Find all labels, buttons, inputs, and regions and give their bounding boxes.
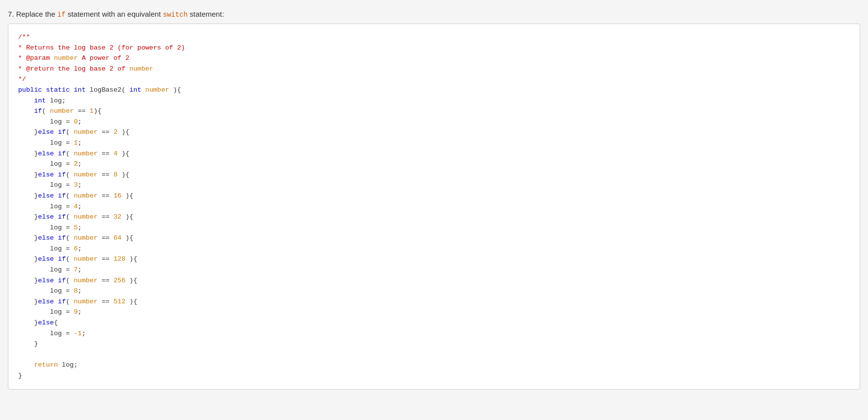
question-label: 7. Replace the if statement with an equi… bbox=[8, 10, 860, 19]
code-block: /** * Returns the log base 2 (for powers… bbox=[8, 24, 860, 390]
switch-inline-code: switch bbox=[163, 11, 187, 19]
question-text-mid: statement with an equivalent bbox=[66, 10, 163, 18]
question-text-end: statement: bbox=[188, 10, 224, 18]
question-number: 7. Replace the bbox=[8, 10, 57, 18]
page-container: 7. Replace the if statement with an equi… bbox=[0, 5, 868, 420]
if-inline-code: if bbox=[57, 11, 66, 19]
